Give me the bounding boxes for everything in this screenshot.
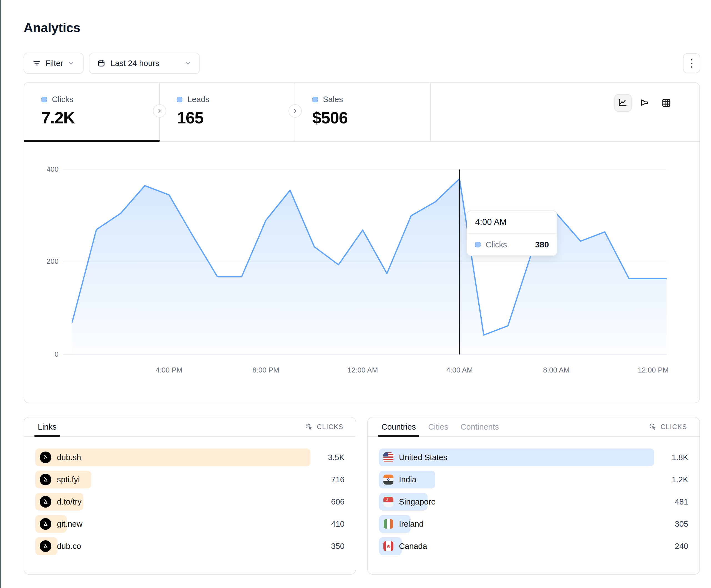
leads-tab-label: Leads <box>187 95 209 104</box>
chevron-right-icon <box>292 108 298 114</box>
dub-favicon <box>40 496 51 507</box>
funnel-icon <box>639 98 650 108</box>
filter-button[interactable]: Filter <box>24 53 84 74</box>
leads-tab-value: 165 <box>177 109 295 127</box>
line-chart-icon <box>618 98 628 108</box>
singapore-flag <box>383 497 393 507</box>
date-range-label: Last 24 hours <box>110 59 159 68</box>
line-chart-view-button[interactable] <box>614 94 632 112</box>
country-row[interactable]: Ireland 305 <box>379 515 688 533</box>
tooltip-value: 380 <box>535 240 549 249</box>
dub-favicon <box>40 474 51 485</box>
chevron-down-icon <box>184 60 192 67</box>
country-row[interactable]: Singapore 481 <box>379 493 688 511</box>
link-row[interactable]: dub.co 350 <box>35 537 345 555</box>
link-label: git.new <box>57 520 83 529</box>
country-row[interactable]: United States 1.8K <box>379 449 688 466</box>
countries-rows: United States 1.8K India 1.2K Singapore … <box>368 437 699 555</box>
grid-table-icon <box>661 98 672 108</box>
country-label: Canada <box>399 542 427 551</box>
sales-legend-swatch <box>312 97 318 103</box>
tooltip-time-label: 4:00 AM <box>467 211 557 234</box>
chevron-down-icon <box>67 60 75 67</box>
link-value: 3.5K <box>328 453 345 462</box>
country-row[interactable]: India 1.2K <box>379 471 688 489</box>
y-axis-tick: 400 <box>28 165 59 174</box>
expand-leads-sales-button[interactable] <box>288 104 302 118</box>
tab-leads[interactable]: Leads 165 <box>159 83 295 142</box>
dub-favicon <box>40 518 51 530</box>
expand-clicks-leads-button[interactable] <box>153 104 166 118</box>
funnel-view-button[interactable] <box>636 94 653 112</box>
x-tick-label: 8:00 PM <box>252 366 279 375</box>
x-tick-label: 4:00 PM <box>155 366 182 375</box>
country-label: United States <box>399 453 447 462</box>
clicks-legend-swatch <box>41 97 47 103</box>
chart-plot-area[interactable] <box>63 169 667 355</box>
country-row[interactable]: Canada 240 <box>379 537 688 555</box>
tab-continents[interactable]: Continents <box>460 417 499 436</box>
country-label: Ireland <box>399 520 424 529</box>
tab-countries[interactable]: Countries <box>382 417 416 436</box>
links-metric-selector[interactable]: CLICKS <box>305 423 343 431</box>
chart-area-fill <box>72 179 667 355</box>
links-panel: Links CLICKS dub.sh <box>24 417 356 575</box>
link-row[interactable]: spti.fyi 716 <box>35 471 345 489</box>
link-value: 410 <box>331 520 345 529</box>
link-label: d.to/try <box>57 497 82 506</box>
x-tick-label: 4:00 AM <box>446 366 473 375</box>
y-axis-tick: 200 <box>28 257 59 266</box>
tab-links[interactable]: Links <box>38 417 57 436</box>
tooltip-metric-row: Clicks 380 <box>467 234 557 255</box>
countries-metric-selector[interactable]: CLICKS <box>649 423 687 431</box>
metric-tab-row: Clicks 7.2K Leads 165 Sales $506 <box>24 83 699 142</box>
sales-tab-value: $506 <box>312 109 430 127</box>
x-tick-label: 12:00 AM <box>347 366 378 375</box>
clicks-tab-label: Clicks <box>52 95 73 104</box>
more-options-button[interactable] <box>683 53 700 73</box>
analytics-page: Analytics Filter Last 24 hours Clicks 7.… <box>0 0 711 588</box>
continents-tab-label: Continents <box>460 423 499 432</box>
tab-sales[interactable]: Sales $506 <box>295 83 431 142</box>
link-label: dub.sh <box>57 453 81 462</box>
links-panel-header: Links CLICKS <box>24 417 356 437</box>
tab-cities[interactable]: Cities <box>428 417 448 436</box>
link-row[interactable]: d.to/try 606 <box>35 493 345 511</box>
active-tab-underline <box>24 140 159 142</box>
clicks-time-series-chart: 400 200 0 4:00 PM8:00 PM12:00 AM4:00 AM8 <box>24 142 701 404</box>
clicks-tab-value: 7.2K <box>41 109 159 127</box>
table-view-button[interactable] <box>658 94 675 112</box>
canada-flag <box>383 541 393 551</box>
link-row[interactable]: dub.sh 3.5K <box>35 449 345 466</box>
tooltip-clicks-swatch <box>475 242 480 247</box>
link-label: spti.fyi <box>57 475 80 484</box>
link-value: 606 <box>331 497 345 506</box>
chart-type-toggle-group <box>614 94 675 112</box>
chart-tooltip: 4:00 AM Clicks 380 <box>467 210 557 256</box>
country-value: 305 <box>675 520 688 529</box>
tab-clicks[interactable]: Clicks 7.2K <box>24 83 159 142</box>
cursor-click-icon <box>649 423 657 431</box>
hover-marker-line <box>459 169 460 355</box>
link-row[interactable]: git.new 410 <box>35 515 345 533</box>
window-edge-strip <box>0 0 1 588</box>
x-tick-label: 12:00 PM <box>638 366 669 375</box>
country-value: 481 <box>675 497 688 506</box>
country-label: India <box>399 475 416 484</box>
leads-legend-swatch <box>177 97 182 103</box>
dub-favicon <box>40 540 51 552</box>
countries-panel-header: Countries Cities Continents CLICKS <box>368 417 699 437</box>
cursor-click-icon <box>305 423 314 431</box>
cities-tab-label: Cities <box>428 423 448 432</box>
country-label: Singapore <box>399 497 436 506</box>
x-tick-label: 8:00 AM <box>543 366 569 375</box>
date-range-button[interactable]: Last 24 hours <box>89 53 200 74</box>
tooltip-series-label: Clicks <box>486 240 530 249</box>
country-value: 240 <box>675 542 688 551</box>
countries-panel: Countries Cities Continents CLICKS <box>367 417 700 575</box>
link-label: dub.co <box>57 542 81 551</box>
links-metric-header: CLICKS <box>317 423 343 431</box>
india-flag <box>383 475 393 484</box>
y-axis-tick: 0 <box>28 350 59 359</box>
analytics-card: Clicks 7.2K Leads 165 Sales $506 <box>24 82 700 403</box>
